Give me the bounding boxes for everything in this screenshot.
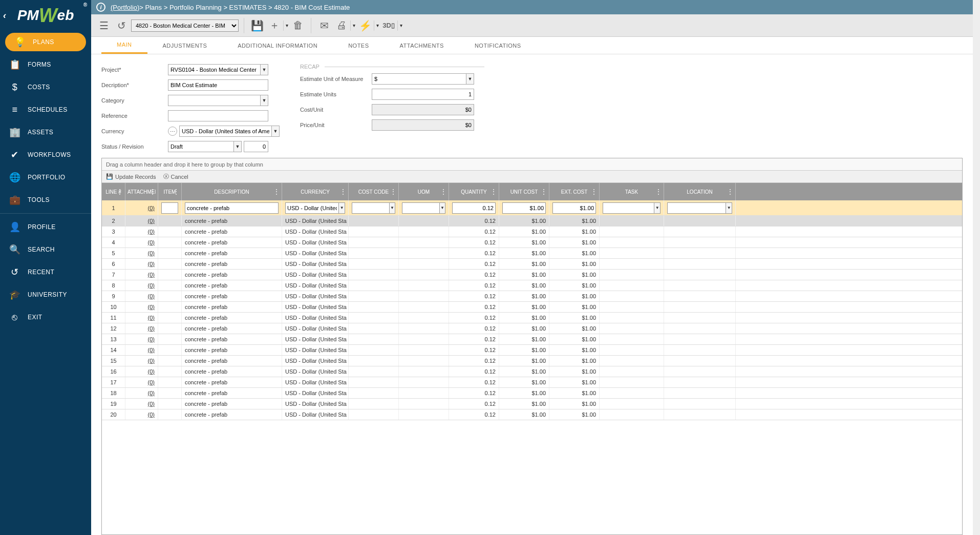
table-row[interactable]: 3 (0) concrete - prefab USD - Dollar (Un… xyxy=(102,227,962,237)
attach-link[interactable]: (0) xyxy=(148,401,155,407)
tab-additional-information[interactable]: ADDITIONAL INFORMATION xyxy=(222,37,333,54)
table-row[interactable]: 16 (0) concrete - prefab USD - Dollar (U… xyxy=(102,366,962,377)
table-row[interactable]: 20 (0) concrete - prefab USD - Dollar (U… xyxy=(102,409,962,420)
attach-link[interactable]: (0) xyxy=(148,358,155,364)
table-row[interactable]: 18 (0) concrete - prefab USD - Dollar (U… xyxy=(102,388,962,399)
table-row[interactable]: 7 (0) concrete - prefab USD - Dollar (Un… xyxy=(102,270,962,280)
update-records-button[interactable]: 💾Update Records xyxy=(106,173,156,180)
table-row[interactable]: 19 (0) concrete - prefab USD - Dollar (U… xyxy=(102,399,962,409)
sidebar-item-recent[interactable]: ↺RECENT xyxy=(0,261,91,283)
unit-input[interactable] xyxy=(502,202,546,214)
sidebar-item-assets[interactable]: 🏢ASSETS xyxy=(0,121,91,143)
cost-input[interactable] xyxy=(352,202,389,214)
table-row[interactable]: 9 (0) concrete - prefab USD - Dollar (Un… xyxy=(102,291,962,302)
add-icon[interactable]: ＋ xyxy=(267,18,282,33)
table-row[interactable]: 11 (0) concrete - prefab USD - Dollar (U… xyxy=(102,313,962,323)
col-qty[interactable]: QUANTITY⋮ xyxy=(449,183,499,200)
table-row[interactable]: 12 (0) concrete - prefab USD - Dollar (U… xyxy=(102,323,962,334)
eunits-input[interactable] xyxy=(372,89,474,100)
currency-more-icon[interactable]: ⋯ xyxy=(168,127,177,136)
table-row-editing[interactable]: 1 (0) ▼ ▼ ▼ ▼ ▼ xyxy=(102,200,962,216)
cancel-button[interactable]: ⓧCancel xyxy=(163,173,188,180)
table-row[interactable]: 5 (0) concrete - prefab USD - Dollar (Un… xyxy=(102,248,962,259)
attach-link[interactable]: (0) xyxy=(148,325,155,332)
task-input[interactable] xyxy=(603,202,654,214)
bim-dropdown-icon[interactable]: ▾ xyxy=(397,20,402,31)
mail-icon[interactable]: ✉ xyxy=(316,18,332,33)
sidebar-item-exit[interactable]: ⎋EXIT xyxy=(0,306,91,328)
table-row[interactable]: 17 (0) concrete - prefab USD - Dollar (U… xyxy=(102,377,962,388)
info-icon[interactable]: i xyxy=(96,3,105,12)
col-task[interactable]: TASK⋮ xyxy=(600,183,664,200)
attach-link[interactable]: (0) xyxy=(148,218,155,224)
category-dropdown-icon[interactable]: ▼ xyxy=(260,95,268,106)
curr-input[interactable] xyxy=(285,202,338,214)
table-row[interactable]: 13 (0) concrete - prefab USD - Dollar (U… xyxy=(102,334,962,345)
breadcrumb-portfolio-link[interactable]: (Portfolio) xyxy=(111,4,139,11)
print-icon[interactable]: 🖨 xyxy=(334,18,349,33)
attach-link[interactable]: (0) xyxy=(148,229,155,235)
attach-link[interactable]: (0) xyxy=(148,368,155,375)
sidebar-item-schedules[interactable]: ≡SCHEDULES xyxy=(0,98,91,121)
col-loc[interactable]: LOCATION⋮ xyxy=(664,183,736,200)
col-attach[interactable]: ATTACHMENTS⋮ xyxy=(125,183,158,200)
attach-link[interactable]: (0) xyxy=(148,239,155,245)
col-line[interactable]: LINE #⋮ xyxy=(102,183,125,200)
col-unit[interactable]: UNIT COST⋮ xyxy=(499,183,549,200)
project-input[interactable] xyxy=(168,64,260,75)
currency-input[interactable] xyxy=(179,126,271,137)
revision-input[interactable] xyxy=(244,141,268,152)
col-cost[interactable]: COST CODE⋮ xyxy=(349,183,399,200)
sidebar-item-plans[interactable]: 💡PLANS xyxy=(5,33,86,51)
eum-dropdown-icon[interactable]: ▼ xyxy=(466,73,474,85)
tab-notifications[interactable]: NOTIFICATIONS xyxy=(459,37,537,54)
table-row[interactable]: 6 (0) concrete - prefab USD - Dollar (Un… xyxy=(102,259,962,270)
status-dropdown-icon[interactable]: ▼ xyxy=(233,141,242,152)
history-icon[interactable]: ↺ xyxy=(114,18,129,33)
sidebar-item-portfolio[interactable]: 🌐PORTFOLIO xyxy=(0,166,91,189)
col-curr[interactable]: CURRENCY⋮ xyxy=(282,183,349,200)
description-input[interactable] xyxy=(168,79,268,91)
attach-link[interactable]: (0) xyxy=(148,336,155,342)
sidebar-item-forms[interactable]: 📋FORMS xyxy=(0,53,91,76)
project-dropdown-icon[interactable]: ▼ xyxy=(260,64,268,75)
list-icon[interactable]: ☰ xyxy=(96,18,112,33)
print-dropdown-icon[interactable]: ▾ xyxy=(350,20,355,31)
save-icon[interactable]: 💾 xyxy=(249,18,265,33)
category-input[interactable] xyxy=(168,95,260,106)
col-desc[interactable]: DESCRIPTION⋮ xyxy=(182,183,282,200)
tab-attachments[interactable]: ATTACHMENTS xyxy=(385,37,459,54)
uom-input[interactable] xyxy=(402,202,439,214)
sidebar-item-costs[interactable]: $COSTS xyxy=(0,76,91,98)
attach-link[interactable]: (0) xyxy=(148,272,155,278)
sidebar-item-profile[interactable]: 👤PROFILE xyxy=(0,216,91,238)
attach-link[interactable]: (0) xyxy=(148,250,155,256)
attach-link[interactable]: (0) xyxy=(148,282,155,289)
table-row[interactable]: 14 (0) concrete - prefab USD - Dollar (U… xyxy=(102,345,962,356)
chevron-left-icon[interactable]: ‹ xyxy=(3,10,6,21)
attach-link[interactable]: (0) xyxy=(148,293,155,299)
attach-link[interactable]: (0) xyxy=(148,261,155,267)
col-item[interactable]: ITEM⋮ xyxy=(158,183,182,200)
attach-link[interactable]: (0) xyxy=(148,304,155,310)
sidebar-item-tools[interactable]: 💼TOOLS xyxy=(0,189,91,211)
bim-icon[interactable]: 3D▯ xyxy=(381,18,396,33)
attach-link[interactable]: (0) xyxy=(148,390,155,396)
col-uom[interactable]: UOM⋮ xyxy=(399,183,449,200)
item-input[interactable] xyxy=(161,202,178,214)
table-row[interactable]: 4 (0) concrete - prefab USD - Dollar (Un… xyxy=(102,237,962,248)
sidebar-item-workflows[interactable]: ✔WORKFLOWS xyxy=(0,143,91,166)
delete-icon[interactable]: 🗑 xyxy=(290,18,306,33)
loc-input[interactable] xyxy=(667,202,726,214)
qty-input[interactable] xyxy=(452,202,496,214)
sidebar-item-university[interactable]: 🎓UNIVERSITY xyxy=(0,283,91,306)
add-dropdown-icon[interactable]: ▾ xyxy=(283,20,288,31)
attach-link[interactable]: (0) xyxy=(148,315,155,321)
reference-input[interactable] xyxy=(168,110,268,121)
table-row[interactable]: 15 (0) concrete - prefab USD - Dollar (U… xyxy=(102,356,962,366)
group-by-bar[interactable]: Drag a column header and drop it here to… xyxy=(102,158,962,171)
action-dropdown-icon[interactable]: ▾ xyxy=(374,20,379,31)
eum-input[interactable] xyxy=(372,73,466,85)
tab-main[interactable]: MAIN xyxy=(101,37,147,54)
table-row[interactable]: 8 (0) concrete - prefab USD - Dollar (Un… xyxy=(102,280,962,291)
